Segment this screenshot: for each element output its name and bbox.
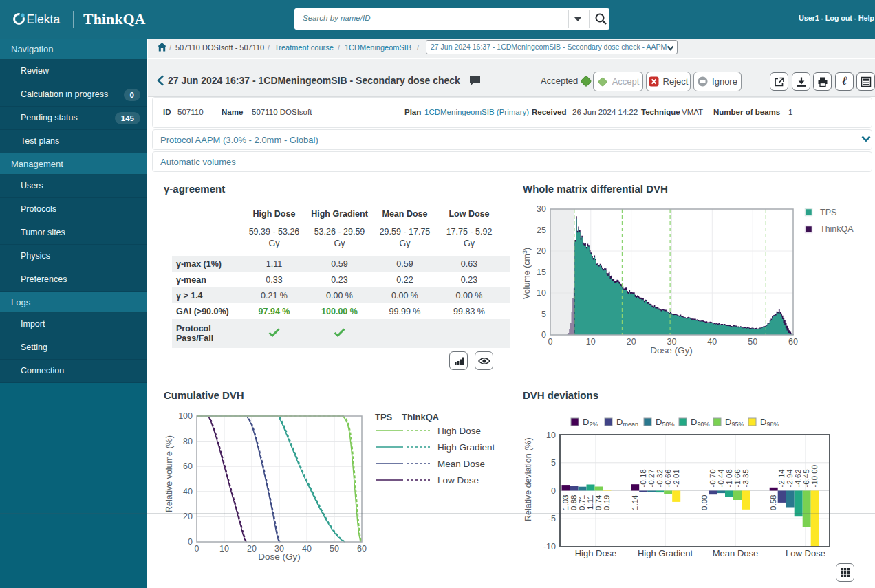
svg-text:60: 60 [183,461,193,471]
svg-text:25: 25 [537,226,546,235]
svg-text:0: 0 [551,486,556,496]
svg-text:High Gradient: High Gradient [638,548,693,558]
svg-text:Low Dose: Low Dose [438,475,479,486]
svg-text:Low Dose: Low Dose [786,548,825,558]
svg-text:-2.01: -2.01 [672,469,680,487]
svg-text:ThinkQA: ThinkQA [820,224,854,234]
svg-text:0.71: 0.71 [578,495,586,510]
svg-text:1.14: 1.14 [631,494,639,510]
svg-text:Volume (cm3): Volume (cm3) [521,248,532,299]
svg-text:0.58: 0.58 [769,495,777,510]
svg-text:20: 20 [247,544,257,554]
svg-text:Dose (Gy): Dose (Gy) [650,345,693,356]
svg-text:D2%: D2% [583,417,598,428]
svg-text:High Gradient: High Gradient [438,442,495,453]
svg-text:-10.00: -10.00 [810,465,819,488]
svg-text:Relative volume (%): Relative volume (%) [164,435,174,512]
svg-text:-2.14: -2.14 [777,469,786,488]
svg-text:0: 0 [548,337,553,347]
svg-text:0.88: 0.88 [570,495,578,510]
svg-text:-10: -10 [543,542,556,552]
svg-text:-1.66: -1.66 [733,469,742,487]
svg-text:0: 0 [188,537,193,547]
svg-text:-0.70: -0.70 [709,469,717,487]
svg-text:10: 10 [586,337,596,347]
svg-text:60: 60 [357,544,367,554]
svg-text:Mean Dose: Mean Dose [713,548,758,558]
svg-text:15: 15 [537,268,546,277]
svg-text:0.00: 0.00 [700,495,709,510]
svg-text:-0.27: -0.27 [647,469,656,487]
svg-text:TPS: TPS [820,208,836,217]
svg-text:40: 40 [302,544,312,554]
svg-text:-6.45: -6.45 [802,469,810,487]
svg-text:50: 50 [330,544,339,554]
svg-text:10: 10 [219,544,229,554]
svg-text:-3.35: -3.35 [742,469,750,487]
svg-text:High Dose: High Dose [575,548,617,558]
svg-text:-4.62: -4.62 [794,469,802,487]
svg-text:40: 40 [183,487,193,497]
svg-text:Relative deviation (%): Relative deviation (%) [523,437,533,521]
svg-text:5: 5 [551,458,556,468]
svg-text:10: 10 [546,431,556,440]
svg-text:30: 30 [537,204,546,214]
svg-text:100: 100 [178,411,193,421]
svg-text:High Dose: High Dose [438,426,481,436]
svg-text:D50%: D50% [656,417,674,428]
svg-text:-0.32: -0.32 [656,469,664,487]
svg-text:ThinkQA: ThinkQA [402,412,440,422]
svg-text:D90%: D90% [691,417,709,428]
svg-text:50: 50 [748,337,757,347]
svg-text:D98%: D98% [760,417,779,428]
svg-text:5: 5 [541,309,546,319]
svg-text:0.19: 0.19 [603,495,611,510]
svg-text:TPS: TPS [375,412,393,422]
svg-text:-0.44: -0.44 [717,469,725,488]
svg-text:Elekta: Elekta [27,12,61,26]
svg-text:Dose (Gy): Dose (Gy) [258,552,301,562]
svg-text:Dmean: Dmean [616,417,638,428]
svg-text:20: 20 [537,246,546,256]
svg-text:40: 40 [707,337,717,347]
svg-text:0: 0 [541,330,546,340]
svg-text:80: 80 [183,437,193,446]
svg-text:-2.94: -2.94 [786,469,794,488]
svg-text:Mean Dose: Mean Dose [438,459,485,469]
svg-text:1.11: 1.11 [586,495,594,510]
svg-text:-1.08: -1.08 [725,469,733,487]
svg-text:0.74: 0.74 [594,494,603,510]
svg-text:-0.18: -0.18 [639,469,647,487]
svg-text:D95%: D95% [725,417,744,428]
svg-text:10: 10 [537,288,546,298]
svg-text:-0.66: -0.66 [664,469,672,487]
svg-text:-5: -5 [548,514,556,523]
svg-text:60: 60 [788,337,798,347]
svg-text:20: 20 [627,337,636,347]
svg-text:1.03: 1.03 [561,495,570,510]
svg-text:0: 0 [195,544,199,554]
